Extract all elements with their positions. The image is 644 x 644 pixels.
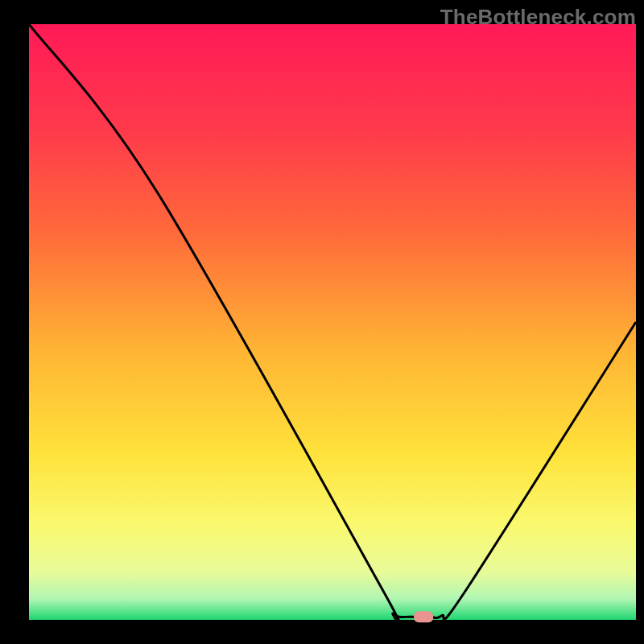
watermark-text: TheBottleneck.com: [440, 5, 636, 30]
plot-area-gradient: [29, 24, 636, 620]
chart-frame: TheBottleneck.com: [0, 0, 644, 644]
optimal-point-marker: [414, 611, 433, 622]
bottleneck-chart-svg: [0, 0, 644, 644]
